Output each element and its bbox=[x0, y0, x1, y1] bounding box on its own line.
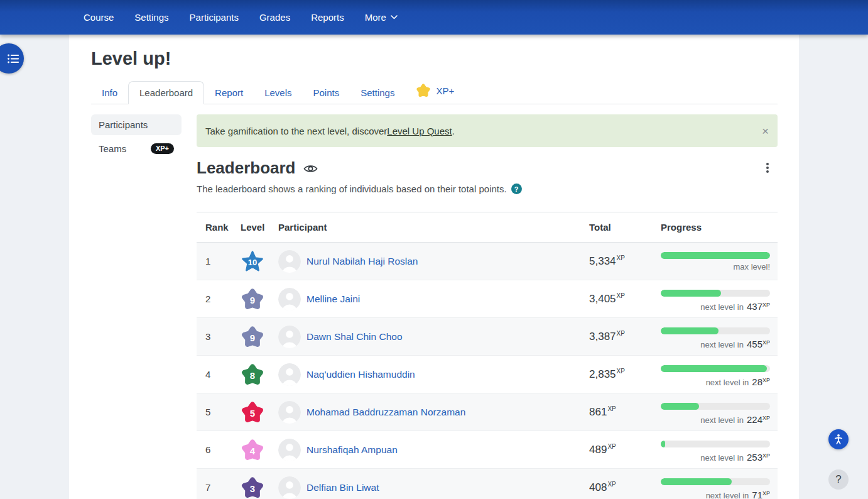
rank-value: 4 bbox=[205, 369, 241, 380]
col-total: Total bbox=[589, 222, 661, 233]
progress-label: next level in71XP bbox=[661, 488, 770, 499]
participant-link[interactable]: Naq'uddien Hishamuddin bbox=[307, 369, 415, 380]
nav-course[interactable]: Course bbox=[84, 12, 114, 23]
level-star-badge: 9 bbox=[241, 287, 264, 311]
avatar bbox=[278, 326, 301, 348]
progress-bar bbox=[661, 252, 770, 259]
leaderboard-main: Take gamification to the next level, dis… bbox=[197, 114, 778, 499]
total-xp: 2,835XP bbox=[589, 368, 661, 381]
progress-bar bbox=[661, 478, 770, 485]
tab-leaderboard[interactable]: Leaderboard bbox=[128, 81, 204, 104]
progress-fill bbox=[661, 327, 719, 334]
total-xp: 3,405XP bbox=[589, 292, 661, 305]
course-index-toggle[interactable] bbox=[0, 43, 24, 74]
total-xp: 489XP bbox=[589, 443, 661, 456]
tab-bar: Info Leaderboard Report Levels Points Se… bbox=[91, 77, 778, 104]
avatar bbox=[278, 439, 301, 461]
leaderboard-heading-row: Leaderboard bbox=[197, 158, 778, 177]
sidebar-item-teams[interactable]: Teams XP+ bbox=[91, 138, 182, 159]
level-number: 3 bbox=[241, 483, 264, 493]
progress-label: next level in28XP bbox=[661, 375, 770, 388]
kebab-menu-icon[interactable] bbox=[762, 160, 773, 175]
visibility-eye-icon bbox=[303, 163, 318, 174]
tab-report[interactable]: Report bbox=[204, 82, 254, 104]
progress-bar bbox=[661, 365, 770, 372]
table-row: 1 10 Nurul Nabilah Haji Roslan 5,334XP bbox=[197, 243, 778, 280]
tab-info[interactable]: Info bbox=[91, 82, 128, 104]
level-star-badge: 5 bbox=[241, 400, 264, 424]
leaderboard-heading: Leaderboard bbox=[197, 158, 296, 177]
level-star-badge: 3 bbox=[241, 476, 264, 499]
xp-plus-badge: XP+ bbox=[151, 143, 174, 154]
participant-link[interactable]: Dawn Shal Chin Choo bbox=[307, 331, 403, 343]
xp-suffix: XP bbox=[607, 443, 616, 450]
xp-suffix: XP bbox=[617, 255, 625, 261]
level-star-badge: 4 bbox=[241, 438, 264, 462]
table-row: 3 9 Dawn Shal Chin Choo 3,387XP next le bbox=[197, 318, 778, 356]
rank-value: 5 bbox=[205, 407, 241, 417]
col-rank: Rank bbox=[205, 222, 241, 233]
level-up-quest-link[interactable]: Level Up Quest bbox=[387, 126, 452, 136]
leaderboard-layout: Participants Teams XP+ Take gamification… bbox=[91, 114, 778, 499]
xp-suffix: XP bbox=[617, 368, 625, 375]
level-star-badge: 10 bbox=[241, 250, 264, 273]
help-icon[interactable]: ? bbox=[511, 184, 522, 194]
chevron-down-icon bbox=[391, 15, 398, 19]
top-navbar: Course Settings Participants Grades Repo… bbox=[0, 0, 868, 35]
total-xp: 3,387XP bbox=[589, 330, 661, 343]
level-number: 9 bbox=[241, 332, 264, 343]
xp-suffix: XP bbox=[607, 481, 616, 488]
participant-link[interactable]: Nurul Nabilah Haji Roslan bbox=[307, 256, 418, 267]
level-star-badge: 8 bbox=[241, 363, 264, 387]
col-level: Level bbox=[241, 222, 278, 233]
nav-grades[interactable]: Grades bbox=[259, 12, 290, 23]
participant-link[interactable]: Delfian Bin Liwat bbox=[307, 482, 379, 493]
total-xp: 861XP bbox=[589, 405, 661, 419]
tab-xp-plus[interactable]: XP+ bbox=[405, 77, 465, 104]
table-row: 7 3 Delfian Bin Liwat 408XP next level bbox=[197, 469, 778, 499]
accessibility-button[interactable] bbox=[828, 429, 849, 449]
progress-bar bbox=[661, 441, 770, 447]
promo-banner: Take gamification to the next level, dis… bbox=[197, 114, 778, 147]
progress-label: next level in253XP bbox=[661, 451, 770, 463]
sidebar-item-participants[interactable]: Participants bbox=[91, 114, 182, 135]
nav-settings[interactable]: Settings bbox=[134, 12, 168, 23]
tab-settings[interactable]: Settings bbox=[350, 82, 405, 104]
nav-participants[interactable]: Participants bbox=[190, 12, 239, 23]
level-number: 10 bbox=[241, 257, 264, 266]
participant-link[interactable]: Nurshafiqah Ampuan bbox=[307, 444, 398, 456]
leaderboard-table: Rank Level Participant Total Progress 1 … bbox=[197, 212, 778, 499]
close-icon[interactable]: × bbox=[762, 125, 769, 137]
xp-suffix: XP bbox=[617, 292, 625, 299]
table-row: 6 4 Nurshafiqah Ampuan 489XP next level bbox=[197, 431, 778, 469]
total-xp: 5,334XP bbox=[589, 255, 661, 268]
content-card: Level up! Info Leaderboard Report Levels… bbox=[69, 35, 799, 499]
table-row: 5 5 Mohamad Baddruzzaman Norzaman 861XP bbox=[197, 393, 778, 431]
progress-fill bbox=[661, 441, 665, 447]
participant-link[interactable]: Mohamad Baddruzzaman Norzaman bbox=[307, 407, 465, 418]
screen: Course Settings Participants Grades Repo… bbox=[0, 0, 868, 499]
leaderboard-table-body: 1 10 Nurul Nabilah Haji Roslan 5,334XP bbox=[197, 243, 778, 499]
rank-value: 6 bbox=[205, 444, 241, 455]
level-number: 5 bbox=[241, 407, 264, 418]
rank-value: 3 bbox=[205, 331, 241, 342]
level-star-badge: 9 bbox=[241, 325, 264, 349]
level-number: 4 bbox=[241, 445, 264, 456]
tab-points[interactable]: Points bbox=[303, 82, 350, 104]
progress-fill bbox=[661, 365, 767, 372]
nav-reports[interactable]: Reports bbox=[311, 12, 344, 23]
progress-fill bbox=[661, 290, 721, 297]
progress-label: next level in455XP bbox=[661, 337, 770, 350]
table-row: 2 9 Melline Jaini 3,405XP next level in bbox=[197, 280, 778, 318]
avatar bbox=[278, 250, 301, 273]
accessibility-icon bbox=[832, 433, 845, 446]
help-button[interactable]: ? bbox=[828, 469, 849, 490]
col-progress: Progress bbox=[661, 222, 770, 233]
progress-fill bbox=[661, 252, 770, 259]
avatar bbox=[278, 363, 301, 386]
tab-levels[interactable]: Levels bbox=[254, 82, 302, 104]
participant-link[interactable]: Melline Jaini bbox=[307, 293, 360, 305]
xp-suffix: XP bbox=[607, 405, 616, 412]
rank-value: 7 bbox=[205, 482, 241, 493]
nav-more[interactable]: More bbox=[365, 12, 398, 23]
